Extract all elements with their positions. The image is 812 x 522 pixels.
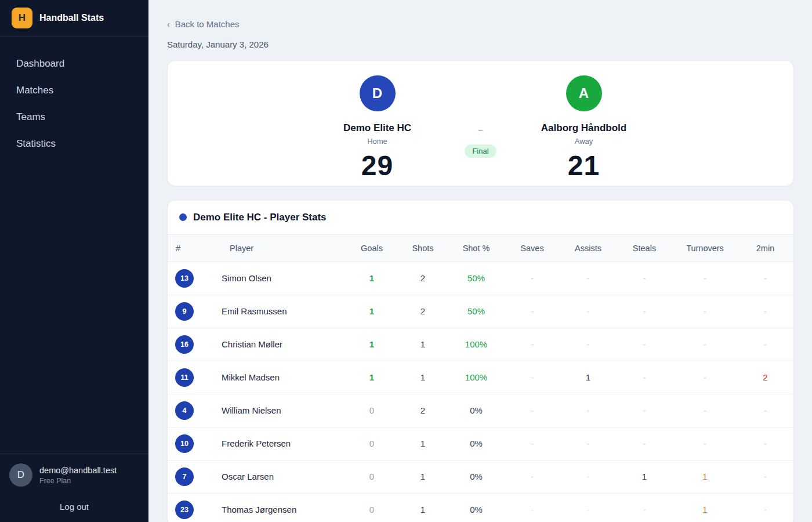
away-team-score: 21 xyxy=(568,150,600,182)
sidebar-item-dashboard[interactable]: Dashboard xyxy=(0,50,148,77)
table-row: 16 Christian Møller 1 1 100% - - - - - xyxy=(168,328,793,361)
col-header-goals: Goals xyxy=(346,234,397,262)
away-team-side-label: Away xyxy=(575,137,593,146)
player-name: Mikkel Madsen xyxy=(222,361,346,394)
stat-shots: 1 xyxy=(397,493,448,522)
stat-turnovers: - xyxy=(673,328,737,361)
col-header-saves: Saves xyxy=(504,234,560,262)
stat-goals: 1 xyxy=(346,328,397,361)
col-header-shots: Shots xyxy=(397,234,448,262)
stat-saves: - xyxy=(504,295,560,328)
table-row: 7 Oscar Larsen 0 1 0% - - 1 1 - xyxy=(168,460,793,493)
stat-turnovers: - xyxy=(673,262,737,295)
table-row: 13 Simon Olsen 1 2 50% - - - - - xyxy=(168,262,793,295)
stat-shots: 1 xyxy=(397,328,448,361)
stat-shots: 1 xyxy=(397,427,448,460)
stat-assists: - xyxy=(560,328,616,361)
stat-shot-pct: 0% xyxy=(448,460,504,493)
stat-steals: - xyxy=(616,427,673,460)
player-name: William Nielsen xyxy=(222,394,346,427)
stat-2min: 2 xyxy=(737,361,793,394)
user-plan-badge: Free Plan xyxy=(39,477,117,485)
table-row: 10 Frederik Petersen 0 1 0% - - - - - xyxy=(168,427,793,460)
avatar: D xyxy=(9,463,32,487)
main-content: ‹ Back to Matches Saturday, January 3, 2… xyxy=(148,0,812,522)
match-date: Saturday, January 3, 2026 xyxy=(167,39,794,49)
stat-2min: - xyxy=(737,460,793,493)
stat-turnovers: 1 xyxy=(673,460,737,493)
stat-shot-pct: 100% xyxy=(448,328,504,361)
stat-shot-pct: 0% xyxy=(448,493,504,522)
app-logo-icon: H xyxy=(12,8,32,28)
back-link-label: Back to Matches xyxy=(175,19,240,29)
stat-assists: 1 xyxy=(560,361,616,394)
stat-shot-pct: 50% xyxy=(448,262,504,295)
stat-2min: - xyxy=(737,295,793,328)
jersey-number-badge: 13 xyxy=(175,269,194,288)
player-name: Oscar Larsen xyxy=(222,460,346,493)
stat-steals: - xyxy=(616,361,673,394)
col-header-steals: Steals xyxy=(616,234,673,262)
logout-button[interactable]: Log out xyxy=(9,502,139,512)
col-header-assists: Assists xyxy=(560,234,616,262)
stat-steals: - xyxy=(616,394,673,427)
stat-shots: 2 xyxy=(397,394,448,427)
stat-2min: - xyxy=(737,262,793,295)
table-header-row: # Player Goals Shots Shot % Saves Assist… xyxy=(168,234,793,262)
stat-turnovers: 1 xyxy=(673,493,737,522)
chevron-left-icon: ‹ xyxy=(167,20,170,29)
sidebar-item-teams[interactable]: Teams xyxy=(0,104,148,130)
col-header-number: # xyxy=(168,234,222,262)
jersey-number-badge: 10 xyxy=(175,434,194,453)
sidebar: H Handball Stats Dashboard Matches Teams… xyxy=(0,0,148,522)
stat-saves: - xyxy=(504,493,560,522)
back-to-matches-link[interactable]: ‹ Back to Matches xyxy=(167,19,240,29)
stat-assists: - xyxy=(560,427,616,460)
stat-2min: - xyxy=(737,328,793,361)
stat-steals: - xyxy=(616,262,673,295)
stat-saves: - xyxy=(504,394,560,427)
stat-turnovers: - xyxy=(673,394,737,427)
player-stats-title: Demo Elite HC - Player Stats xyxy=(193,212,327,223)
stat-2min: - xyxy=(737,493,793,522)
sidebar-footer: D demo@handball.test Free Plan Log out xyxy=(0,454,148,522)
stat-goals: 0 xyxy=(346,427,397,460)
player-name: Christian Møller xyxy=(222,328,346,361)
away-team-block: A Aalborg Håndbold Away 21 xyxy=(529,75,639,182)
jersey-number-badge: 11 xyxy=(175,368,194,387)
jersey-number-badge: 23 xyxy=(175,501,194,519)
home-team-block: D Demo Elite HC Home 29 xyxy=(322,75,433,182)
stat-saves: - xyxy=(504,427,560,460)
col-header-shot-pct: Shot % xyxy=(448,234,504,262)
stat-shot-pct: 0% xyxy=(448,427,504,460)
stat-saves: - xyxy=(504,460,560,493)
stat-steals: - xyxy=(616,493,673,522)
stat-shots: 2 xyxy=(397,262,448,295)
player-stats-table: # Player Goals Shots Shot % Saves Assist… xyxy=(168,234,793,522)
app-header: H Handball Stats xyxy=(0,0,148,37)
stat-assists: - xyxy=(560,394,616,427)
home-team-logo: D xyxy=(360,75,396,111)
stat-steals: - xyxy=(616,328,673,361)
stat-goals: 0 xyxy=(346,394,397,427)
sidebar-item-matches[interactable]: Matches xyxy=(0,77,148,104)
col-header-turnovers: Turnovers xyxy=(673,234,737,262)
stat-shots: 2 xyxy=(397,295,448,328)
sidebar-item-statistics[interactable]: Statistics xyxy=(0,130,148,157)
app-title: Handball Stats xyxy=(39,13,104,23)
stat-goals: 0 xyxy=(346,493,397,522)
match-status-badge: Final xyxy=(465,144,496,158)
away-team-logo: A xyxy=(566,75,602,111)
stat-turnovers: - xyxy=(673,361,737,394)
stat-shots: 1 xyxy=(397,361,448,394)
stat-saves: - xyxy=(504,361,560,394)
stat-saves: - xyxy=(504,262,560,295)
stat-goals: 1 xyxy=(346,295,397,328)
home-team-side-label: Home xyxy=(367,137,387,146)
table-row: 11 Mikkel Madsen 1 1 100% - 1 - - 2 xyxy=(168,361,793,394)
stat-turnovers: - xyxy=(673,295,737,328)
player-stats-header: Demo Elite HC - Player Stats xyxy=(168,201,793,234)
player-stats-card: Demo Elite HC - Player Stats # Player Go… xyxy=(167,200,794,522)
player-name: Thomas Jørgensen xyxy=(222,493,346,522)
player-name: Frederik Petersen xyxy=(222,427,346,460)
